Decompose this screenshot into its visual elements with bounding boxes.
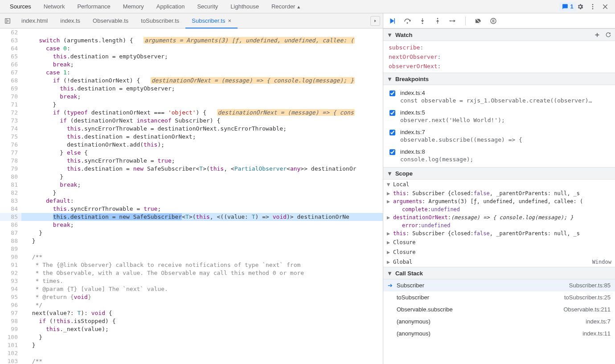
line-number[interactable]: 96 <box>0 301 21 309</box>
code-line[interactable]: 103 /** <box>0 357 383 364</box>
pause-on-exceptions-icon[interactable] <box>489 16 498 25</box>
breakpoint-checkbox[interactable] <box>390 90 395 96</box>
code-line[interactable]: 80 } <box>0 173 383 181</box>
code-line[interactable]: 63 switch (arguments.length) { arguments… <box>0 37 383 45</box>
watch-item[interactable]: subscribe: <box>383 43 615 52</box>
line-number[interactable]: 100 <box>0 333 21 341</box>
line-number[interactable]: 66 <box>0 61 21 69</box>
line-number[interactable]: 62 <box>0 29 21 37</box>
code-line[interactable]: 96 */ <box>0 301 383 309</box>
breakpoint-item[interactable]: index.ts:8console.log(message); <box>383 146 615 165</box>
code-editor[interactable]: 6263 switch (arguments.length) { argumen… <box>0 29 383 364</box>
code-line[interactable]: 87 } <box>0 229 383 237</box>
code-line[interactable]: 85 this.destination = new SafeSubscriber… <box>0 213 383 221</box>
refresh-watch-icon[interactable] <box>605 32 611 38</box>
line-number[interactable]: 72 <box>0 109 21 117</box>
line-number[interactable]: 86 <box>0 221 21 229</box>
code-line[interactable]: 76 destinationOrNext.add(this); <box>0 141 383 149</box>
scope-local-header[interactable]: ▼Local <box>383 180 615 189</box>
code-line[interactable]: 79 this.destination = new SafeSubscriber… <box>0 165 383 173</box>
close-icon[interactable]: × <box>228 17 231 24</box>
code-line[interactable]: 95 * @return {void} <box>0 293 383 301</box>
file-tab[interactable]: toSubscriber.ts <box>135 13 185 29</box>
panel-tab-memory[interactable]: Memory <box>117 0 150 12</box>
step-into-icon[interactable] <box>418 16 427 25</box>
code-line[interactable]: 81 break; <box>0 181 383 189</box>
code-line[interactable]: 86 break; <box>0 221 383 229</box>
panel-tab-sources[interactable]: Sources <box>4 0 37 12</box>
scope-variable[interactable]: ▶arguments: Arguments(3) [ƒ, undefined, … <box>383 197 615 205</box>
scope-variable[interactable]: ▶this: Subscriber {closed: false, _paren… <box>383 229 615 237</box>
scope-global-header[interactable]: ▶GlobalWindow <box>383 257 615 267</box>
breakpoint-item[interactable]: index.ts:7observable.subscribe((message)… <box>383 126 615 146</box>
line-number[interactable]: 102 <box>0 349 21 357</box>
line-number[interactable]: 103 <box>0 357 21 364</box>
panel-tab-recorder[interactable]: Recorder ▲ <box>265 0 307 12</box>
breakpoint-checkbox[interactable] <box>390 130 395 135</box>
scope-variable[interactable]: ▶destinationOrNext: (message) => { conso… <box>383 213 615 221</box>
callstack-frame[interactable]: ➔SubscriberSubscriber.ts:85 <box>383 279 615 291</box>
line-number[interactable]: 88 <box>0 237 21 245</box>
line-number[interactable]: 70 <box>0 93 21 101</box>
watch-item[interactable]: nextOrObserver: <box>383 52 615 61</box>
panel-tab-application[interactable]: Application <box>150 0 191 12</box>
code-line[interactable]: 98 if (!this.isStopped) { <box>0 317 383 325</box>
code-line[interactable]: 75 this.destination = destinationOrNext; <box>0 133 383 141</box>
deactivate-breakpoints-icon[interactable] <box>474 16 483 25</box>
scope-variable[interactable]: complete: undefined <box>383 205 615 213</box>
code-line[interactable]: 66 break; <box>0 61 383 69</box>
code-line[interactable]: 101 } <box>0 341 383 349</box>
line-number[interactable]: 73 <box>0 117 21 125</box>
more-icon[interactable] <box>586 0 599 13</box>
code-line[interactable]: 92 * the Observable, with a value. The O… <box>0 269 383 277</box>
file-tab[interactable]: Observable.ts <box>86 13 135 29</box>
line-number[interactable]: 75 <box>0 133 21 141</box>
more-tabs-icon[interactable] <box>370 16 380 26</box>
line-number[interactable]: 82 <box>0 189 21 197</box>
scope-closure-header[interactable]: ▶Closure <box>383 247 615 257</box>
code-line[interactable]: 77 } else { <box>0 149 383 157</box>
code-line[interactable]: 84 this.syncErrorThrowable = true; <box>0 205 383 213</box>
code-line[interactable]: 83 default: <box>0 197 383 205</box>
scope-closure-header[interactable]: ▶Closure <box>383 237 615 247</box>
watch-header[interactable]: ▼ Watch ＋ <box>383 29 615 41</box>
line-number[interactable]: 94 <box>0 285 21 293</box>
line-number[interactable]: 99 <box>0 325 21 333</box>
line-number[interactable]: 68 <box>0 77 21 85</box>
line-number[interactable]: 69 <box>0 85 21 93</box>
line-number[interactable]: 65 <box>0 53 21 61</box>
line-number[interactable]: 92 <box>0 269 21 277</box>
close-devtools-icon[interactable] <box>599 0 611 13</box>
line-number[interactable]: 97 <box>0 309 21 317</box>
step-out-icon[interactable] <box>433 16 442 25</box>
line-number[interactable]: 74 <box>0 125 21 133</box>
line-number[interactable]: 98 <box>0 317 21 325</box>
line-number[interactable]: 87 <box>0 229 21 237</box>
line-number[interactable]: 91 <box>0 261 21 269</box>
line-number[interactable]: 89 <box>0 245 21 253</box>
file-tab[interactable]: Subscriber.ts× <box>185 13 238 29</box>
line-number[interactable]: 76 <box>0 141 21 149</box>
line-number[interactable]: 67 <box>0 69 21 77</box>
panel-tab-security[interactable]: Security <box>191 0 224 12</box>
nav-left-icon[interactable] <box>3 16 12 26</box>
breakpoint-item[interactable]: index.ts:4const observable = rxjs_1.Obse… <box>383 87 615 106</box>
code-line[interactable]: 78 this.syncErrorThrowable = true; <box>0 157 383 165</box>
callstack-frame[interactable]: Observable.subscribeObservable.ts:211 <box>383 303 615 315</box>
code-line[interactable]: 100 } <box>0 333 383 341</box>
code-line[interactable]: 82 } <box>0 189 383 197</box>
breakpoint-item[interactable]: index.ts:5observer.next('Hello World!'); <box>383 106 615 126</box>
code-line[interactable]: 90 /** <box>0 253 383 261</box>
code-line[interactable]: 97 next(value?: T): void { <box>0 309 383 317</box>
code-line[interactable]: 73 if (destinationOrNext instanceof Subs… <box>0 117 383 125</box>
code-line[interactable]: 99 this._next(value); <box>0 325 383 333</box>
panel-tab-performance[interactable]: Performance <box>71 0 116 12</box>
breakpoint-checkbox[interactable] <box>390 110 395 116</box>
code-line[interactable]: 72 if (typeof destinationOrNext === 'obj… <box>0 109 383 117</box>
watch-item[interactable]: observerOrNext: <box>383 61 615 71</box>
line-number[interactable]: 84 <box>0 205 21 213</box>
line-number[interactable]: 71 <box>0 101 21 109</box>
line-number[interactable]: 95 <box>0 293 21 301</box>
code-line[interactable]: 69 this.destination = emptyObserver; <box>0 85 383 93</box>
issues-button[interactable]: 1 <box>562 0 574 13</box>
